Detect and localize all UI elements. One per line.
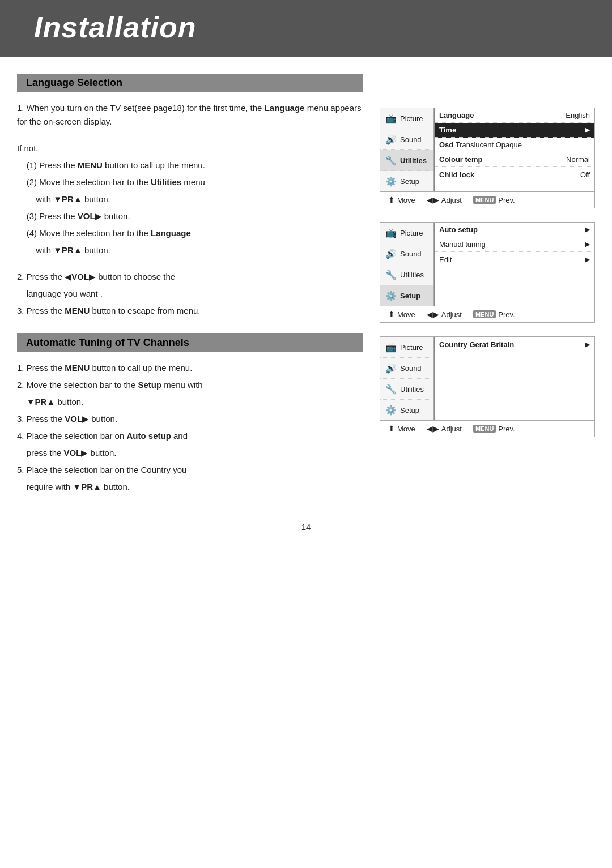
edit-label: Edit [439,255,452,264]
setup-label: Setup [400,177,419,186]
edit-row: Edit ▶ [435,252,594,267]
setup-icon: ⚙️ [385,175,397,187]
country-picture-icon: 📺 [385,341,397,353]
country-adjust-icon: ◀▶ [427,424,439,433]
auto-step1: 1. Press the MENU button to call up the … [17,361,363,375]
setup-sidebar-sound[interactable]: 🔊 Sound [380,243,434,264]
auto-step4b: press the VOL▶ button. [17,446,363,460]
auto-tuning-title: Automatic Tuning of TV Channels [26,337,189,348]
setup-adjust-label: Adjust [441,310,462,319]
lang-step2: 2. Press the ◀VOL▶ button to choose the [17,270,363,284]
prev-label: Prev. [498,196,515,204]
country-utilities-icon: 🔧 [385,383,397,395]
sidebar-item-utilities[interactable]: 🔧 Utilities [380,150,434,171]
setup-sidebar-setup[interactable]: ⚙️ Setup [380,285,434,306]
auto-step2: 2. Move the selection bar to the Setup m… [17,378,363,392]
setup-adjust-icon: ◀▶ [427,310,439,319]
country-sidebar-setup[interactable]: ⚙️ Setup [380,400,434,420]
country-prev-label: Prev. [498,425,515,433]
language-row: Language English [435,108,594,123]
colour-temp-row: Colour temp Normal [435,152,594,167]
setup-setup-icon: ⚙️ [385,289,397,302]
language-section-header: Language Selection [17,74,363,92]
country-menu-sidebar: 📺 Picture 🔊 Sound 🔧 Utilities [380,337,434,420]
setup-utilities-label: Utilities [400,271,424,279]
adjust-label: Adjust [441,196,462,204]
country-nav-move: ⬆ Move [388,424,415,433]
country-menu-nav: ⬆ Move ◀▶ Adjust MENU Prev. [380,420,594,437]
colour-temp-label: Colour temp [439,155,483,164]
nav-adjust: ◀▶ Adjust [427,195,462,204]
lang-step1: 1. When you turn on the TV set(see page1… [17,101,363,129]
lang-step3: 3. Press the MENU button to escape from … [17,304,363,318]
page-number: 14 [0,522,612,543]
country-sidebar-utilities[interactable]: 🔧 Utilities [380,379,434,400]
lang-sub2b: with ▼PR▲ button. [17,193,363,206]
lang-step2b: language you want . [17,287,363,301]
setup-picture-icon: 📺 [385,226,397,239]
language-menu-panel: 📺 Picture 🔊 Sound 🔧 Utilities [380,108,595,208]
page-number-value: 14 [301,522,311,532]
auto-step4: 4. Place the selection bar on Auto setup… [17,429,363,443]
time-row-arrow: ▶ [585,126,590,134]
utilities-label: Utilities [400,156,427,165]
setup-picture-label: Picture [400,229,423,237]
country-adjust-label: Adjust [441,425,462,433]
sidebar-item-setup[interactable]: ⚙️ Setup [380,171,434,191]
country-row-label: Country Gerat Britain [439,340,514,349]
setup-sound-label: Sound [400,250,422,258]
language-menu-inner: 📺 Picture 🔊 Sound 🔧 Utilities [380,108,594,191]
language-menu-content: Language English Time ▶ Osd Translucent … [434,108,594,191]
lang-sub1: (1) Press the MENU button to call up the… [17,159,363,172]
country-nav-adjust: ◀▶ Adjust [427,424,462,433]
manual-tuning-label: Manual tuning [439,240,486,249]
setup-menu-content: Auto setup ▶ Manual tuning ▶ Edit ▶ [434,223,594,306]
manual-tuning-row: Manual tuning ▶ [435,237,594,252]
country-setup-icon: ⚙️ [385,404,397,416]
country-menu-container: 📺 Picture 🔊 Sound 🔧 Utilities [380,336,595,439]
page-title: Installation [34,10,578,44]
time-row-label: Time [439,126,456,134]
lang-sub4: (4) Move the selection bar to the Langua… [17,226,363,240]
left-column: Language Selection 1. When you turn on t… [17,74,363,505]
setup-menu-button[interactable]: MENU [473,310,496,318]
menu-button[interactable]: MENU [473,196,496,204]
setup-menu-sidebar: 📺 Picture 🔊 Sound 🔧 Utilities [380,223,434,306]
country-sidebar-picture[interactable]: 📺 Picture [380,337,434,358]
country-menu-panel: 📺 Picture 🔊 Sound 🔧 Utilities [380,336,595,437]
auto-tuning-header: Automatic Tuning of TV Channels [17,333,363,352]
country-nav-prev: MENU Prev. [473,425,515,433]
child-lock-value: Off [580,170,590,179]
setup-prev-label: Prev. [498,310,515,319]
utilities-icon: 🔧 [385,154,397,166]
language-menu-sidebar: 📺 Picture 🔊 Sound 🔧 Utilities [380,108,434,191]
country-sidebar-sound[interactable]: 🔊 Sound [380,358,434,379]
lang-sub4b: with ▼PR▲ button. [17,243,363,257]
country-sound-icon: 🔊 [385,362,397,374]
colour-temp-value: Normal [566,155,590,164]
page-body: Language Selection 1. When you turn on t… [0,74,612,505]
auto-setup-label: Auto setup [439,225,478,234]
lang-sub2: (2) Move the selection bar to the Utilit… [17,176,363,189]
child-lock-row: Child lock Off [435,167,594,182]
setup-menu-inner: 📺 Picture 🔊 Sound 🔧 Utilities [380,223,594,306]
setup-sidebar-picture[interactable]: 📺 Picture [380,223,434,243]
auto-setup-arrow: ▶ [585,226,590,233]
right-column: 📺 Picture 🔊 Sound 🔧 Utilities [380,74,595,505]
lang-if-not: If not, [17,142,363,155]
setup-setup-label: Setup [400,292,420,300]
osd-row-label: Osd Translucent Opaque [439,140,522,149]
country-menu-button[interactable]: MENU [473,425,496,433]
edit-arrow: ▶ [585,256,590,263]
osd-row: Osd Translucent Opaque [435,138,594,152]
sidebar-item-sound[interactable]: 🔊 Sound [380,129,434,150]
sidebar-item-picture[interactable]: 📺 Picture [380,108,434,129]
language-row-label: Language [439,111,474,119]
picture-label: Picture [400,114,423,123]
setup-menu-panel: 📺 Picture 🔊 Sound 🔧 Utilities [380,222,595,323]
setup-sidebar-utilities[interactable]: 🔧 Utilities [380,264,434,285]
setup-nav-adjust: ◀▶ Adjust [427,310,462,319]
country-row: Country Gerat Britain ▶ [435,337,594,352]
time-row: Time ▶ [435,123,594,138]
setup-menu-container: 📺 Picture 🔊 Sound 🔧 Utilities [380,222,595,325]
